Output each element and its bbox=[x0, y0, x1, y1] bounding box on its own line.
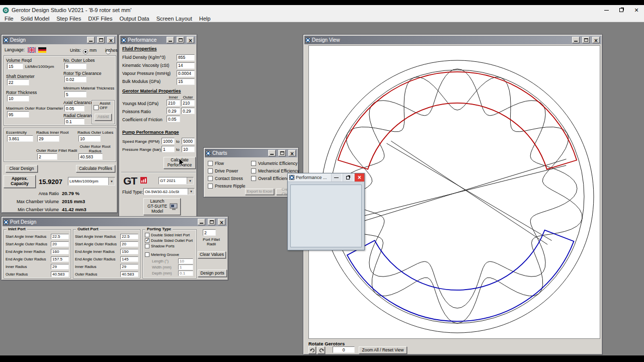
field-input[interactable] bbox=[177, 78, 195, 85]
porting-option[interactable]: Shadow Ports bbox=[145, 243, 195, 249]
port-design-titlebar[interactable]: Port Design bbox=[3, 218, 227, 226]
minimize-button[interactable] bbox=[572, 37, 580, 43]
restore-button[interactable] bbox=[343, 173, 353, 182]
port-fillet-input[interactable] bbox=[203, 229, 216, 236]
checkbox[interactable] bbox=[145, 233, 149, 237]
chart-option[interactable]: Flow bbox=[208, 159, 245, 167]
assist-checkbox[interactable] bbox=[94, 105, 99, 110]
assist-button[interactable]: Assist bbox=[95, 114, 112, 121]
design-view-titlebar[interactable]: Design View bbox=[304, 36, 601, 44]
field-input[interactable] bbox=[120, 264, 138, 269]
field-input[interactable] bbox=[120, 256, 138, 262]
field-input[interactable] bbox=[178, 270, 193, 276]
app-minimize-button[interactable] bbox=[599, 5, 614, 15]
field-input[interactable] bbox=[51, 234, 69, 239]
checkbox[interactable] bbox=[251, 161, 256, 166]
field-input[interactable] bbox=[51, 272, 69, 277]
outer-fillet-input[interactable] bbox=[37, 153, 57, 160]
menu-item[interactable]: Screen Layout bbox=[153, 16, 196, 22]
uk-flag-icon[interactable] bbox=[28, 47, 36, 53]
field-input[interactable] bbox=[120, 234, 138, 239]
close-button[interactable] bbox=[592, 37, 600, 43]
pressure-to-input[interactable] bbox=[182, 146, 195, 152]
checkbox[interactable] bbox=[145, 244, 149, 248]
field-input[interactable] bbox=[51, 249, 69, 254]
radius-inner-root-input[interactable] bbox=[37, 135, 59, 142]
chevron-down-icon[interactable]: ▼ bbox=[188, 189, 194, 195]
close-button[interactable] bbox=[218, 219, 225, 225]
capacity-unit-dropdown[interactable]: Lit/Min/1000rpm ▼ bbox=[68, 177, 115, 186]
minimize-button[interactable] bbox=[331, 173, 341, 182]
field-input[interactable] bbox=[177, 54, 195, 61]
tip-clearance-input[interactable] bbox=[64, 76, 87, 82]
close-button[interactable] bbox=[288, 150, 296, 156]
export-excel-button[interactable]: Export to Excel bbox=[245, 189, 274, 195]
maximize-button[interactable] bbox=[177, 37, 184, 43]
metering-groove-option[interactable]: Metering Groove bbox=[145, 252, 179, 257]
field-input[interactable] bbox=[177, 70, 195, 77]
rotate-cw-button[interactable] bbox=[317, 346, 325, 354]
maximize-button[interactable] bbox=[97, 37, 105, 43]
units-mm-radio[interactable] bbox=[83, 49, 88, 54]
maximize-button[interactable] bbox=[582, 37, 590, 43]
field-input[interactable] bbox=[51, 241, 69, 247]
outer-lobes-input[interactable] bbox=[64, 63, 87, 69]
checkbox[interactable] bbox=[208, 176, 213, 181]
field-input[interactable] bbox=[120, 249, 138, 254]
porting-option[interactable]: Double Sided Outlet Port bbox=[145, 238, 195, 243]
app-titlebar[interactable]: Gerotor Design Studio V2021 - '8-9 rotor… bbox=[0, 5, 644, 15]
speed-to-input[interactable] bbox=[182, 138, 195, 144]
close-button[interactable] bbox=[354, 173, 364, 182]
pressure-from-input[interactable] bbox=[162, 146, 175, 152]
maximize-button[interactable] bbox=[208, 219, 215, 225]
rotate-ccw-button[interactable] bbox=[308, 346, 316, 354]
youngs-inner-input[interactable] bbox=[167, 100, 180, 106]
checkbox[interactable] bbox=[208, 184, 213, 189]
popup-titlebar[interactable]: Performance ... bbox=[288, 173, 364, 182]
max-outer-dia-input[interactable] bbox=[7, 111, 29, 118]
field-input[interactable] bbox=[120, 272, 138, 277]
menu-item[interactable]: File bbox=[1, 16, 17, 22]
porting-option[interactable]: Double Sided Inlet Port bbox=[145, 232, 195, 238]
minimize-button[interactable] bbox=[87, 37, 95, 43]
eccentricity-input[interactable] bbox=[7, 135, 33, 142]
checkbox[interactable] bbox=[251, 176, 256, 181]
field-input[interactable] bbox=[178, 258, 193, 264]
menu-item[interactable]: Solid Model bbox=[17, 16, 53, 22]
poissons-outer-input[interactable] bbox=[181, 108, 195, 114]
menu-item[interactable]: Step Files bbox=[53, 16, 85, 22]
design-titlebar[interactable]: Design bbox=[3, 36, 116, 44]
field-input[interactable] bbox=[51, 256, 69, 262]
checkbox[interactable] bbox=[145, 238, 149, 243]
app-close-button[interactable] bbox=[629, 5, 644, 15]
chevron-down-icon[interactable]: ▼ bbox=[108, 177, 115, 185]
close-button[interactable] bbox=[107, 37, 115, 43]
launch-gtsuite-button[interactable]: Launch GT-SUITE Model bbox=[143, 198, 181, 215]
clear-values-button[interactable]: Clear Values bbox=[198, 251, 226, 258]
menu-item[interactable]: Output Data bbox=[116, 16, 152, 22]
field-input[interactable] bbox=[51, 264, 69, 269]
friction-input[interactable] bbox=[167, 116, 180, 122]
rotate-angle-input[interactable] bbox=[333, 346, 355, 353]
charts-titlebar[interactable]: Charts bbox=[205, 149, 297, 157]
close-button[interactable] bbox=[187, 37, 194, 43]
min-material-input[interactable] bbox=[64, 91, 87, 98]
shaft-diameter-input[interactable] bbox=[7, 79, 29, 85]
radius-outer-lobes-input[interactable] bbox=[78, 135, 101, 142]
minimize-button[interactable] bbox=[268, 150, 276, 156]
checkbox[interactable] bbox=[208, 161, 213, 166]
maximize-button[interactable] bbox=[278, 150, 286, 156]
chart-option[interactable]: Drive Power bbox=[208, 167, 245, 174]
design-ports-button[interactable]: Design ports bbox=[198, 269, 227, 277]
checkbox[interactable] bbox=[145, 252, 149, 257]
menu-item[interactable]: Help bbox=[196, 16, 214, 22]
chart-option[interactable]: Volumetric Efficiency bbox=[251, 159, 299, 167]
fluid-type-dropdown[interactable]: Oil-5W30-62-10cSt ▼ bbox=[143, 188, 195, 195]
field-input[interactable] bbox=[120, 241, 138, 247]
field-input[interactable] bbox=[177, 62, 195, 69]
field-input[interactable] bbox=[178, 264, 193, 270]
minimize-button[interactable] bbox=[167, 37, 174, 43]
gt-version-dropdown[interactable]: GT 2021 ▼ bbox=[158, 177, 194, 185]
app-restore-button[interactable] bbox=[614, 5, 629, 15]
chevron-down-icon[interactable]: ▼ bbox=[187, 177, 193, 184]
